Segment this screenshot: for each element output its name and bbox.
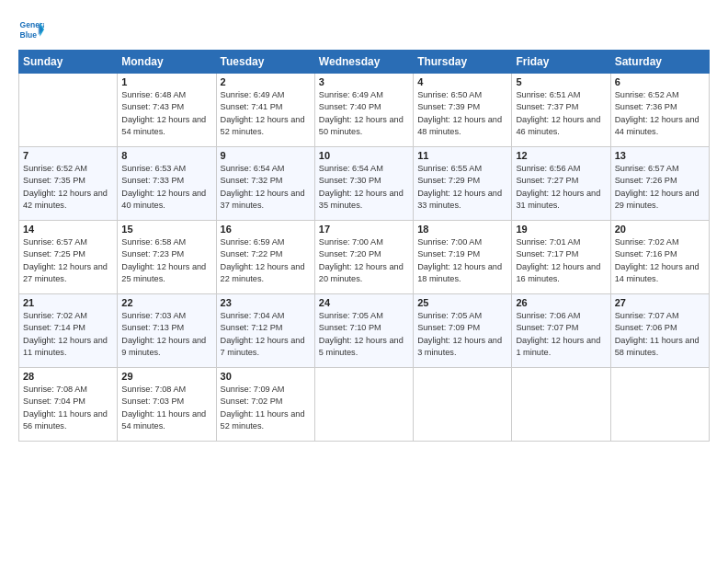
day-number: 6	[615, 76, 705, 87]
calendar-cell: 29Sunrise: 7:08 AMSunset: 7:03 PMDayligh…	[118, 368, 216, 442]
day-number: 18	[417, 224, 507, 235]
calendar-cell: 19Sunrise: 7:01 AMSunset: 7:17 PMDayligh…	[512, 221, 610, 294]
day-info: Sunrise: 7:05 AMSunset: 7:10 PMDaylight:…	[319, 310, 409, 359]
calendar-cell: 5Sunrise: 6:51 AMSunset: 7:37 PMDaylight…	[512, 74, 610, 147]
day-number: 16	[221, 224, 311, 235]
calendar-cell: 24Sunrise: 7:05 AMSunset: 7:10 PMDayligh…	[314, 294, 413, 368]
calendar-cell: 30Sunrise: 7:09 AMSunset: 7:02 PMDayligh…	[216, 368, 314, 442]
day-info: Sunrise: 6:59 AMSunset: 7:22 PMDaylight:…	[221, 236, 311, 285]
day-header: Thursday	[414, 51, 512, 74]
calendar-cell	[610, 368, 709, 442]
day-info: Sunrise: 6:50 AMSunset: 7:39 PMDaylight:…	[417, 89, 507, 138]
calendar-cell: 23Sunrise: 7:04 AMSunset: 7:12 PMDayligh…	[216, 294, 314, 368]
day-info: Sunrise: 7:06 AMSunset: 7:07 PMDaylight:…	[516, 310, 606, 359]
day-number: 12	[516, 150, 606, 161]
day-number: 10	[319, 150, 409, 161]
calendar-cell: 20Sunrise: 7:02 AMSunset: 7:16 PMDayligh…	[610, 221, 709, 294]
day-number: 23	[221, 297, 311, 308]
day-number: 3	[319, 76, 409, 87]
day-number: 29	[121, 371, 211, 382]
day-number: 1	[121, 76, 211, 87]
day-info: Sunrise: 6:52 AMSunset: 7:35 PMDaylight:…	[23, 163, 113, 212]
calendar-cell: 25Sunrise: 7:05 AMSunset: 7:09 PMDayligh…	[414, 294, 512, 368]
day-info: Sunrise: 7:07 AMSunset: 7:06 PMDaylight:…	[615, 310, 705, 359]
day-info: Sunrise: 6:53 AMSunset: 7:33 PMDaylight:…	[121, 163, 211, 212]
day-info: Sunrise: 7:02 AMSunset: 7:14 PMDaylight:…	[23, 310, 113, 359]
day-info: Sunrise: 7:09 AMSunset: 7:02 PMDaylight:…	[221, 384, 311, 432]
day-info: Sunrise: 7:08 AMSunset: 7:04 PMDaylight:…	[23, 384, 113, 432]
day-header: Sunday	[19, 51, 118, 74]
day-number: 2	[221, 76, 311, 87]
calendar-cell	[314, 368, 413, 442]
day-number: 11	[417, 150, 507, 161]
day-info: Sunrise: 6:58 AMSunset: 7:23 PMDaylight:…	[121, 236, 211, 285]
calendar: SundayMondayTuesdayWednesdayThursdayFrid…	[18, 50, 710, 442]
logo: General Blue	[18, 17, 48, 42]
svg-text:Blue: Blue	[20, 30, 38, 40]
day-info: Sunrise: 6:49 AMSunset: 7:41 PMDaylight:…	[221, 89, 311, 138]
day-header: Wednesday	[314, 51, 413, 74]
calendar-cell: 6Sunrise: 6:52 AMSunset: 7:36 PMDaylight…	[610, 74, 709, 147]
day-info: Sunrise: 6:54 AMSunset: 7:32 PMDaylight:…	[221, 163, 311, 212]
day-number: 19	[516, 224, 606, 235]
day-info: Sunrise: 7:02 AMSunset: 7:16 PMDaylight:…	[615, 236, 705, 285]
calendar-cell: 10Sunrise: 6:54 AMSunset: 7:30 PMDayligh…	[314, 147, 413, 221]
day-number: 7	[23, 150, 113, 161]
calendar-cell: 4Sunrise: 6:50 AMSunset: 7:39 PMDaylight…	[414, 74, 512, 147]
day-number: 17	[319, 224, 409, 235]
day-info: Sunrise: 6:51 AMSunset: 7:37 PMDaylight:…	[516, 89, 606, 138]
day-number: 4	[417, 76, 507, 87]
calendar-cell: 12Sunrise: 6:56 AMSunset: 7:27 PMDayligh…	[512, 147, 610, 221]
day-header: Saturday	[610, 51, 709, 74]
day-info: Sunrise: 6:48 AMSunset: 7:43 PMDaylight:…	[121, 89, 211, 138]
day-number: 22	[121, 297, 211, 308]
day-info: Sunrise: 7:03 AMSunset: 7:13 PMDaylight:…	[121, 310, 211, 359]
calendar-cell	[414, 368, 512, 442]
day-number: 28	[23, 371, 113, 382]
day-number: 14	[23, 224, 113, 235]
day-header: Tuesday	[216, 51, 314, 74]
day-info: Sunrise: 7:01 AMSunset: 7:17 PMDaylight:…	[516, 236, 606, 285]
day-number: 15	[121, 224, 211, 235]
calendar-cell: 8Sunrise: 6:53 AMSunset: 7:33 PMDaylight…	[118, 147, 216, 221]
day-info: Sunrise: 6:55 AMSunset: 7:29 PMDaylight:…	[417, 163, 507, 212]
day-header: Friday	[512, 51, 610, 74]
calendar-cell: 13Sunrise: 6:57 AMSunset: 7:26 PMDayligh…	[610, 147, 709, 221]
calendar-cell: 27Sunrise: 7:07 AMSunset: 7:06 PMDayligh…	[610, 294, 709, 368]
day-info: Sunrise: 7:05 AMSunset: 7:09 PMDaylight:…	[417, 310, 507, 359]
day-info: Sunrise: 6:57 AMSunset: 7:25 PMDaylight:…	[23, 236, 113, 285]
calendar-cell: 16Sunrise: 6:59 AMSunset: 7:22 PMDayligh…	[216, 221, 314, 294]
calendar-cell: 17Sunrise: 7:00 AMSunset: 7:20 PMDayligh…	[314, 221, 413, 294]
day-number: 24	[319, 297, 409, 308]
calendar-cell	[512, 368, 610, 442]
calendar-cell: 14Sunrise: 6:57 AMSunset: 7:25 PMDayligh…	[19, 221, 118, 294]
day-info: Sunrise: 7:00 AMSunset: 7:20 PMDaylight:…	[319, 236, 409, 285]
day-number: 5	[516, 76, 606, 87]
calendar-cell: 22Sunrise: 7:03 AMSunset: 7:13 PMDayligh…	[118, 294, 216, 368]
calendar-cell: 28Sunrise: 7:08 AMSunset: 7:04 PMDayligh…	[19, 368, 118, 442]
day-info: Sunrise: 6:52 AMSunset: 7:36 PMDaylight:…	[615, 89, 705, 138]
calendar-cell: 11Sunrise: 6:55 AMSunset: 7:29 PMDayligh…	[414, 147, 512, 221]
calendar-cell: 15Sunrise: 6:58 AMSunset: 7:23 PMDayligh…	[118, 221, 216, 294]
calendar-cell	[19, 74, 118, 147]
day-info: Sunrise: 7:00 AMSunset: 7:19 PMDaylight:…	[417, 236, 507, 285]
day-info: Sunrise: 7:08 AMSunset: 7:03 PMDaylight:…	[121, 384, 211, 432]
calendar-cell: 21Sunrise: 7:02 AMSunset: 7:14 PMDayligh…	[19, 294, 118, 368]
day-number: 30	[221, 371, 311, 382]
day-header: Monday	[118, 51, 216, 74]
day-number: 13	[615, 150, 705, 161]
calendar-cell: 3Sunrise: 6:49 AMSunset: 7:40 PMDaylight…	[314, 74, 413, 147]
calendar-cell: 26Sunrise: 7:06 AMSunset: 7:07 PMDayligh…	[512, 294, 610, 368]
day-info: Sunrise: 6:49 AMSunset: 7:40 PMDaylight:…	[319, 89, 409, 138]
calendar-cell: 7Sunrise: 6:52 AMSunset: 7:35 PMDaylight…	[19, 147, 118, 221]
day-number: 27	[615, 297, 705, 308]
calendar-cell: 9Sunrise: 6:54 AMSunset: 7:32 PMDaylight…	[216, 147, 314, 221]
day-number: 8	[121, 150, 211, 161]
day-number: 21	[23, 297, 113, 308]
day-info: Sunrise: 6:56 AMSunset: 7:27 PMDaylight:…	[516, 163, 606, 212]
day-number: 25	[417, 297, 507, 308]
calendar-cell: 1Sunrise: 6:48 AMSunset: 7:43 PMDaylight…	[118, 74, 216, 147]
day-number: 9	[221, 150, 311, 161]
day-number: 26	[516, 297, 606, 308]
day-info: Sunrise: 7:04 AMSunset: 7:12 PMDaylight:…	[221, 310, 311, 359]
